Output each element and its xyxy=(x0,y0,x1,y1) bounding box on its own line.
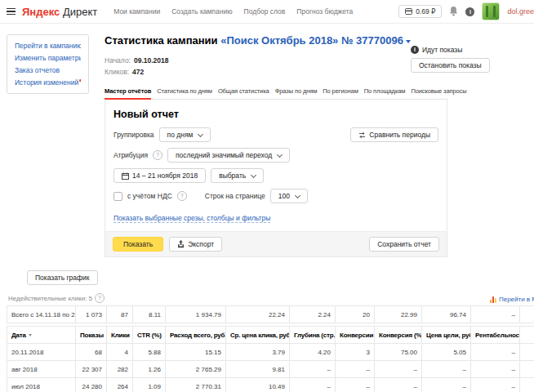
totals-table: Всего с 14.11.18 по 21.11.18 1 073 87 8.… xyxy=(7,305,534,323)
table-cell: – xyxy=(375,378,422,392)
campaign-start-row: Начало:09.10.2018 xyxy=(105,56,411,65)
compare-icon xyxy=(358,131,366,139)
table-cell: – xyxy=(336,361,375,378)
nav-my-campaigns[interactable]: Мои кампании xyxy=(113,7,160,16)
table-cell: 2 770.31 xyxy=(166,378,226,392)
metrika-link[interactable]: Перейти в М xyxy=(490,296,534,303)
bell-icon[interactable] xyxy=(449,7,458,16)
tab-search-queries[interactable]: Поисковые запросы xyxy=(411,87,466,99)
main-content: Статистика кампании «Поиск Октябрь 2018»… xyxy=(105,34,534,257)
table-cell: 282 xyxy=(107,361,133,378)
chevron-down-icon xyxy=(295,192,300,198)
table-cell: 75.00 xyxy=(375,344,422,361)
show-filters-link[interactable]: Показать выбранные срезы, столбцы и филь… xyxy=(113,214,270,223)
rows-per-page-label: Строк на странице xyxy=(205,192,265,200)
chevron-down-icon xyxy=(251,172,256,177)
date-range-row: 14 – 21 ноября 2018 выбрать xyxy=(113,168,438,183)
campaign-clicks-row: Кликов:472 xyxy=(105,68,411,76)
totals-cell xyxy=(520,306,534,323)
date-select-label: выбрать xyxy=(219,172,246,180)
attribution-select[interactable]: последний значимый переход xyxy=(167,148,290,163)
rows-per-page-select[interactable]: 100 xyxy=(270,189,308,203)
column-header-impressions: Показы xyxy=(76,327,107,344)
status-info-icon: i xyxy=(411,46,419,54)
export-button[interactable]: Экспорт xyxy=(169,237,222,252)
sidebar-item-change-history[interactable]: История изменений xyxy=(15,78,81,87)
compare-periods-button[interactable]: Сравнить периоды xyxy=(350,127,438,142)
table-cell: 24 280 xyxy=(76,378,107,392)
stats-table-area: Всего с 14.11.18 по 21.11.18 1 073 87 8.… xyxy=(7,305,534,392)
stop-impressions-button[interactable]: Остановить показы xyxy=(411,58,490,73)
info-icon[interactable]: i xyxy=(465,7,474,16)
date-range-button[interactable]: 14 – 21 ноября 2018 xyxy=(113,168,206,183)
campaign-title-link[interactable]: «Поиск Октябрь 2018» № 37770096 xyxy=(220,34,411,47)
table-cell: 1.26 xyxy=(133,361,166,378)
sidebar-item-edit-parameters[interactable]: Изменить параметры xyxy=(15,54,81,62)
attribution-value: последний значимый переход xyxy=(176,151,272,159)
help-icon[interactable]: ? xyxy=(177,191,187,201)
table-cell: – xyxy=(471,344,520,361)
calendar-icon xyxy=(122,172,129,180)
invalid-clicks-text: Недействительные клики: 5 xyxy=(8,295,92,302)
tab-by-region[interactable]: По регионам xyxy=(323,87,358,99)
username[interactable]: dol.gree xyxy=(507,7,534,16)
report-card: Новый отчет Группировка по дням Сравнить… xyxy=(105,100,447,257)
chevron-down-icon xyxy=(198,131,203,136)
avatar[interactable] xyxy=(482,2,500,20)
table-cell: – xyxy=(422,378,471,392)
table-cell: 1.09 xyxy=(133,378,166,392)
clicks-value: 472 xyxy=(132,68,144,76)
show-chart-button[interactable]: Показать график xyxy=(27,270,98,285)
column-header-conversions: Конверсии xyxy=(336,327,375,344)
nav-create-campaign[interactable]: Создать кампанию xyxy=(171,7,232,16)
show-report-button[interactable]: Показать xyxy=(113,237,163,252)
date-select-button[interactable]: выбрать xyxy=(211,168,264,183)
table-cell: 2 765.29 xyxy=(166,361,226,378)
table-cell: 5.05 xyxy=(422,344,471,361)
table-cell xyxy=(520,378,534,392)
stats-table: Дата Показы Клики CTR (%) Расход всего, … xyxy=(7,326,534,392)
report-actions: Показать Экспорт Сохранить отчет xyxy=(105,231,447,256)
table-cell-date: 20.11.2018 xyxy=(7,344,76,361)
tab-by-placement[interactable]: По площадкам xyxy=(364,87,406,99)
logo[interactable]: Яндекс Директ xyxy=(22,6,97,18)
clicks-label: Кликов: xyxy=(105,68,129,76)
table-cell: – xyxy=(375,361,422,378)
campaign-status-block: i Идут показы Остановить показы xyxy=(411,34,490,76)
tab-phrases-by-day[interactable]: Фразы по дням xyxy=(275,87,318,99)
page-layout: Перейти в кампанию Изменить параметры За… xyxy=(0,24,534,257)
attribution-label: Атрибуция xyxy=(113,151,148,159)
new-badge-dot xyxy=(79,79,81,82)
help-icon[interactable]: ? xyxy=(95,293,105,303)
tab-report-wizard[interactable]: Мастер отчётов xyxy=(105,87,151,99)
grouping-row: Группировка по дням Сравнить периоды xyxy=(113,127,438,142)
balance-amount: 0.69 ₽ xyxy=(416,7,435,16)
export-label: Экспорт xyxy=(188,240,214,248)
sidebar-item-order-reports[interactable]: Заказ отчетов xyxy=(15,66,81,74)
totals-cell: 1 073 xyxy=(76,306,107,323)
column-header-date[interactable]: Дата xyxy=(7,327,76,344)
sidebar: Перейти в кампанию Изменить параметры За… xyxy=(7,34,89,94)
table-cell: – xyxy=(471,361,520,378)
start-label: Начало: xyxy=(105,56,131,65)
nav-budget-forecast[interactable]: Прогноз бюджета xyxy=(296,7,353,16)
vat-checkbox[interactable] xyxy=(113,192,122,201)
balance-button[interactable]: 0.69 ₽ xyxy=(398,5,442,18)
grouping-select[interactable]: по дням xyxy=(159,127,211,142)
sidebar-item-go-to-campaign[interactable]: Перейти в кампанию xyxy=(15,42,81,50)
totals-cell: 87 xyxy=(107,306,133,323)
tab-stats-by-day[interactable]: Статистика по дням xyxy=(157,87,212,99)
page-title: Статистика кампании «Поиск Октябрь 2018»… xyxy=(105,34,411,47)
table-cell: 9.81 xyxy=(226,361,290,378)
help-icon[interactable]: ? xyxy=(153,150,162,160)
invalid-clicks-note: Недействительные клики: 5 ? xyxy=(8,293,105,303)
menu-icon[interactable] xyxy=(7,8,16,16)
column-header-total-cost: Расход всего, руб. xyxy=(166,327,226,344)
nav-keyword-selection[interactable]: Подбор слов xyxy=(244,7,286,16)
table-cell: – xyxy=(290,361,336,378)
table-cell: – xyxy=(422,361,471,378)
table-cell: 264 xyxy=(107,378,133,392)
table-row: 20.11.2018 68 4 5.88 15.15 3.79 4.20 3 7… xyxy=(7,344,534,361)
tab-general-stats[interactable]: Общая статистика xyxy=(218,87,269,99)
save-report-button[interactable]: Сохранить отчет xyxy=(369,237,439,252)
